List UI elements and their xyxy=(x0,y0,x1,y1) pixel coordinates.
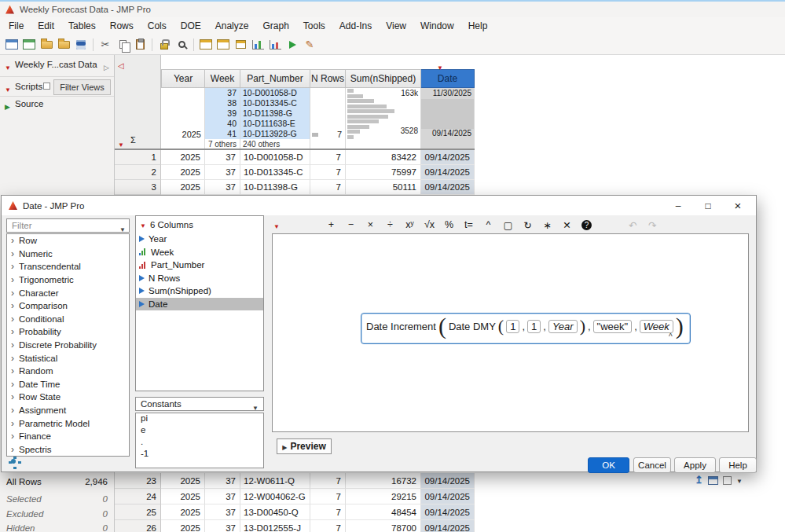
table-cell[interactable]: 09/14/2025 xyxy=(421,473,475,489)
formula-function-name[interactable]: Date Increment xyxy=(366,321,436,332)
function-category-item[interactable]: Assignment xyxy=(7,404,129,417)
table-cell[interactable]: 50111 xyxy=(346,180,421,195)
table-cell[interactable]: 37 xyxy=(205,180,240,195)
table-cell[interactable]: 1 xyxy=(115,150,161,165)
filter-dropdown-icon[interactable] xyxy=(119,223,126,234)
new-data-table-icon[interactable] xyxy=(3,36,20,53)
add-icon[interactable]: + xyxy=(322,218,340,232)
menu-edit[interactable]: Edit xyxy=(31,17,61,35)
formula-arg-week-column[interactable]: Week xyxy=(640,320,673,333)
column-item-n-rows[interactable]: N Rows xyxy=(136,272,263,285)
column-item-year[interactable]: Year xyxy=(136,233,263,246)
scroll-to-top-icon[interactable] xyxy=(695,475,703,486)
local-variables-icon[interactable]: t= xyxy=(460,218,478,232)
function-category-item[interactable]: Numeric xyxy=(7,248,129,261)
column-item-part-number[interactable]: Part_Number xyxy=(136,259,263,272)
column-item-date[interactable]: Date xyxy=(136,298,263,311)
function-category-item[interactable]: Trigonometric xyxy=(7,273,129,287)
layout-icon[interactable] xyxy=(215,36,232,53)
table-cell[interactable]: 26 xyxy=(115,520,161,532)
table-cell[interactable]: 09/14/2025 xyxy=(421,165,475,180)
summary-week-value[interactable]: 39 xyxy=(205,108,240,119)
source-script-icon[interactable] xyxy=(5,101,10,112)
save-icon[interactable] xyxy=(72,36,90,53)
corner-dropdown-icon[interactable] xyxy=(736,475,743,486)
undo-icon[interactable]: ↶ xyxy=(624,218,642,232)
minimize-button[interactable]: – xyxy=(663,196,693,215)
table-cell[interactable]: 37 xyxy=(205,165,240,180)
summary-n-rows-value[interactable]: 7 xyxy=(337,130,342,139)
table-cell[interactable]: 37 xyxy=(205,504,240,520)
summary-week-value[interactable]: 38 xyxy=(205,98,240,108)
table-cell[interactable]: 7 xyxy=(310,150,346,165)
function-category-item[interactable]: Statistical xyxy=(7,351,129,365)
menu-window[interactable]: Window xyxy=(413,17,461,35)
table-cell[interactable]: 12-W0611-Q xyxy=(240,473,310,489)
cut-icon[interactable] xyxy=(97,36,114,53)
switch-terms-icon[interactable]: % xyxy=(440,218,458,232)
table-cell[interactable]: 29215 xyxy=(346,489,421,504)
table-cell[interactable]: 10-D11398-G xyxy=(240,180,310,195)
apply-button[interactable]: Apply xyxy=(674,457,716,473)
menu-cols[interactable]: Cols xyxy=(141,17,174,35)
rerun-icon[interactable]: ↻ xyxy=(519,218,537,232)
table-cell[interactable]: 16732 xyxy=(346,473,421,489)
window-grid-icon[interactable] xyxy=(232,36,249,53)
summary-week-value[interactable]: 41 xyxy=(205,129,240,139)
summary-date[interactable]: 11/30/2025 09/14/2025 xyxy=(421,88,475,140)
search-icon[interactable] xyxy=(173,36,190,53)
column-header-sum-nshipped[interactable]: Sum(nShipped) xyxy=(346,69,421,88)
function-category-item[interactable]: Comparison xyxy=(7,299,129,313)
source-script-label[interactable]: Source xyxy=(15,99,43,108)
formula-arg-day[interactable]: 1 xyxy=(506,320,519,333)
cancel-button[interactable]: Cancel xyxy=(633,457,671,473)
table-cell[interactable]: 2 xyxy=(115,165,161,180)
table-cell[interactable]: 13-D012555-J xyxy=(240,520,310,532)
preview-button[interactable]: Preview xyxy=(277,438,332,454)
table-panel-label[interactable]: Weekly F...cast Data xyxy=(15,60,97,69)
function-category-item[interactable]: Finance xyxy=(7,430,129,443)
function-category-item[interactable]: Probability xyxy=(7,325,129,339)
annotate-pencil-icon[interactable] xyxy=(301,36,318,53)
table-cell[interactable]: 10-D013345-C xyxy=(240,165,310,180)
table-cell[interactable]: 23 xyxy=(115,473,161,489)
power-icon[interactable]: xʸ xyxy=(401,218,419,232)
table-cell[interactable]: 3 xyxy=(115,180,161,195)
summary-week-value[interactable]: 40 xyxy=(205,119,240,129)
table-cell[interactable]: 7 xyxy=(310,520,346,532)
formula-arg-month[interactable]: 1 xyxy=(527,320,541,333)
menu-addins[interactable]: Add-Ins xyxy=(332,17,379,35)
summary-part-value[interactable]: 10-D001058-D xyxy=(240,88,310,98)
column-header-year[interactable]: Year xyxy=(161,69,205,88)
table-cell[interactable]: 75997 xyxy=(346,165,421,180)
function-category-item[interactable]: Conditional xyxy=(7,313,129,326)
table-cell[interactable]: 7 xyxy=(310,489,346,504)
table-cell[interactable]: 09/14/2025 xyxy=(421,150,475,165)
formula-arg-year-column[interactable]: Year xyxy=(548,320,578,333)
run-arrow-icon[interactable] xyxy=(284,36,301,53)
formula-expression[interactable]: Date Increment ( Date DMY ( 1 , 1 , Year… xyxy=(361,313,691,344)
multiply-icon[interactable]: × xyxy=(361,218,380,232)
summary-week[interactable]: 37 38 39 40 41 xyxy=(205,88,240,140)
function-category-item[interactable]: Row xyxy=(7,234,129,248)
close-button[interactable]: × xyxy=(723,196,753,215)
table-cell[interactable]: 2025 xyxy=(161,489,205,504)
summary-part-value[interactable]: 10-D113928-G xyxy=(240,129,310,139)
summary-part-value[interactable]: 10-D11398-G xyxy=(240,108,310,119)
formula-canvas[interactable]: Date Increment ( Date DMY ( 1 , 1 , Year… xyxy=(272,233,749,432)
simplify-icon[interactable]: ∗ xyxy=(538,218,556,232)
sigma-icon[interactable]: Σ xyxy=(130,135,136,145)
table-cell[interactable]: 7 xyxy=(310,165,346,180)
table-cell[interactable]: 2025 xyxy=(161,180,205,195)
table-cell[interactable]: 7 xyxy=(310,473,346,489)
table-cell[interactable]: 09/14/2025 xyxy=(421,489,475,504)
table-cell[interactable]: 2025 xyxy=(161,150,205,165)
help-icon[interactable]: ? xyxy=(578,218,596,232)
collapse-table-icon[interactable] xyxy=(118,60,124,71)
column-header-week[interactable]: Week xyxy=(205,69,240,88)
lock-icon[interactable] xyxy=(156,36,173,53)
help-button[interactable]: Help xyxy=(719,457,757,473)
summary-part-value[interactable]: 10-D111638-E xyxy=(240,119,310,129)
open-folder-icon[interactable] xyxy=(38,36,55,53)
divide-icon[interactable]: ÷ xyxy=(381,218,399,232)
